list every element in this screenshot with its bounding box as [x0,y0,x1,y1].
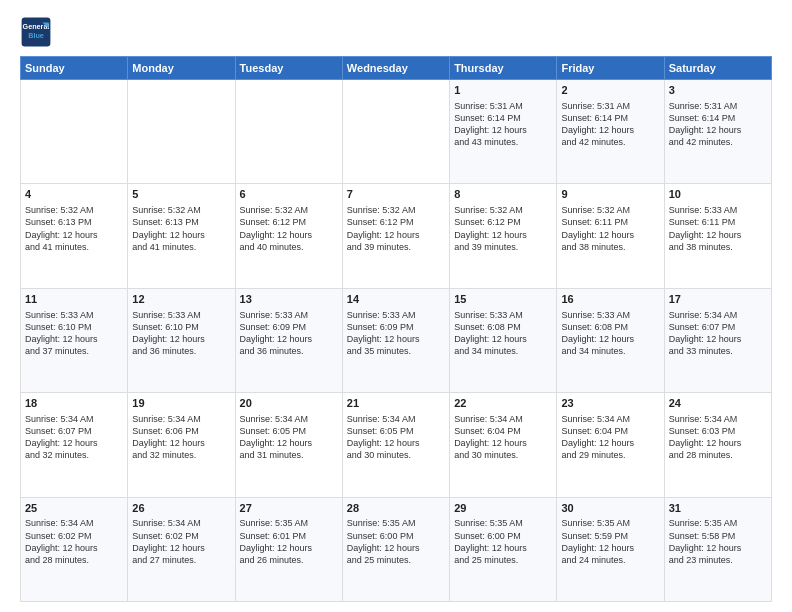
calendar-week-row: 11Sunrise: 5:33 AMSunset: 6:10 PMDayligh… [21,288,772,392]
day-info: Daylight: 12 hours [561,542,659,554]
day-info: Sunset: 6:12 PM [347,216,445,228]
calendar-cell: 6Sunrise: 5:32 AMSunset: 6:12 PMDaylight… [235,184,342,288]
calendar-body: 1Sunrise: 5:31 AMSunset: 6:14 PMDaylight… [21,80,772,602]
calendar-cell: 18Sunrise: 5:34 AMSunset: 6:07 PMDayligh… [21,393,128,497]
day-info: and 42 minutes. [669,136,767,148]
day-info: and 42 minutes. [561,136,659,148]
day-info: Sunrise: 5:31 AM [669,100,767,112]
day-info: Sunrise: 5:32 AM [347,204,445,216]
day-info: Daylight: 12 hours [561,333,659,345]
calendar-cell: 25Sunrise: 5:34 AMSunset: 6:02 PMDayligh… [21,497,128,601]
day-number: 29 [454,501,552,516]
day-number: 15 [454,292,552,307]
day-info: Daylight: 12 hours [132,542,230,554]
weekday-header-friday: Friday [557,57,664,80]
day-info: Daylight: 12 hours [132,229,230,241]
day-info: Sunset: 6:10 PM [25,321,123,333]
day-number: 26 [132,501,230,516]
calendar-week-row: 1Sunrise: 5:31 AMSunset: 6:14 PMDaylight… [21,80,772,184]
calendar-cell: 9Sunrise: 5:32 AMSunset: 6:11 PMDaylight… [557,184,664,288]
day-info: and 30 minutes. [347,449,445,461]
calendar-cell: 31Sunrise: 5:35 AMSunset: 5:58 PMDayligh… [664,497,771,601]
calendar-cell: 14Sunrise: 5:33 AMSunset: 6:09 PMDayligh… [342,288,449,392]
day-info: Sunset: 6:12 PM [240,216,338,228]
day-info: and 43 minutes. [454,136,552,148]
day-info: Daylight: 12 hours [561,229,659,241]
day-info: and 34 minutes. [454,345,552,357]
day-info: Sunrise: 5:33 AM [669,204,767,216]
day-info: Sunset: 5:58 PM [669,530,767,542]
day-info: and 38 minutes. [669,241,767,253]
day-info: Sunset: 6:05 PM [347,425,445,437]
day-number: 22 [454,396,552,411]
calendar-cell: 10Sunrise: 5:33 AMSunset: 6:11 PMDayligh… [664,184,771,288]
day-info: and 41 minutes. [132,241,230,253]
day-number: 1 [454,83,552,98]
day-info: Daylight: 12 hours [240,542,338,554]
day-number: 2 [561,83,659,98]
weekday-header-wednesday: Wednesday [342,57,449,80]
day-info: and 36 minutes. [240,345,338,357]
day-info: Sunrise: 5:31 AM [454,100,552,112]
day-number: 5 [132,187,230,202]
day-info: Daylight: 12 hours [347,229,445,241]
day-info: and 34 minutes. [561,345,659,357]
day-info: Daylight: 12 hours [25,437,123,449]
calendar-cell: 13Sunrise: 5:33 AMSunset: 6:09 PMDayligh… [235,288,342,392]
day-info: and 38 minutes. [561,241,659,253]
day-info: Sunrise: 5:33 AM [25,309,123,321]
logo: General Blue [20,16,56,48]
day-info: Sunset: 6:07 PM [669,321,767,333]
calendar-cell [342,80,449,184]
day-number: 27 [240,501,338,516]
day-number: 24 [669,396,767,411]
day-number: 21 [347,396,445,411]
day-info: Sunrise: 5:34 AM [347,413,445,425]
day-info: and 37 minutes. [25,345,123,357]
day-info: and 39 minutes. [454,241,552,253]
day-info: and 27 minutes. [132,554,230,566]
weekday-header-row: SundayMondayTuesdayWednesdayThursdayFrid… [21,57,772,80]
day-info: and 29 minutes. [561,449,659,461]
day-info: Sunrise: 5:35 AM [347,517,445,529]
calendar-cell: 21Sunrise: 5:34 AMSunset: 6:05 PMDayligh… [342,393,449,497]
calendar-week-row: 25Sunrise: 5:34 AMSunset: 6:02 PMDayligh… [21,497,772,601]
weekday-header-saturday: Saturday [664,57,771,80]
day-info: and 36 minutes. [132,345,230,357]
day-info: Daylight: 12 hours [347,437,445,449]
day-info: Daylight: 12 hours [454,542,552,554]
day-info: Sunrise: 5:33 AM [132,309,230,321]
day-info: Sunrise: 5:35 AM [240,517,338,529]
day-number: 6 [240,187,338,202]
day-info: Sunset: 6:08 PM [454,321,552,333]
day-info: Sunrise: 5:32 AM [240,204,338,216]
day-info: Sunset: 6:09 PM [240,321,338,333]
day-info: and 32 minutes. [132,449,230,461]
calendar-cell: 20Sunrise: 5:34 AMSunset: 6:05 PMDayligh… [235,393,342,497]
day-number: 23 [561,396,659,411]
calendar-cell: 27Sunrise: 5:35 AMSunset: 6:01 PMDayligh… [235,497,342,601]
day-info: Sunset: 6:14 PM [669,112,767,124]
day-info: Daylight: 12 hours [347,542,445,554]
day-info: Sunset: 6:13 PM [25,216,123,228]
day-info: Sunset: 6:09 PM [347,321,445,333]
day-info: Sunset: 5:59 PM [561,530,659,542]
day-info: Sunset: 6:04 PM [561,425,659,437]
day-info: Daylight: 12 hours [454,229,552,241]
calendar-cell: 30Sunrise: 5:35 AMSunset: 5:59 PMDayligh… [557,497,664,601]
day-info: Daylight: 12 hours [132,437,230,449]
calendar-page: General Blue SundayMondayTuesdayWednesda… [0,0,792,612]
day-info: Sunset: 6:11 PM [561,216,659,228]
day-number: 4 [25,187,123,202]
calendar-cell: 28Sunrise: 5:35 AMSunset: 6:00 PMDayligh… [342,497,449,601]
day-info: Sunset: 6:14 PM [454,112,552,124]
day-info: and 40 minutes. [240,241,338,253]
day-info: Daylight: 12 hours [669,542,767,554]
calendar-cell: 2Sunrise: 5:31 AMSunset: 6:14 PMDaylight… [557,80,664,184]
day-info: Sunrise: 5:35 AM [669,517,767,529]
day-info: and 28 minutes. [25,554,123,566]
weekday-header-sunday: Sunday [21,57,128,80]
logo-icon: General Blue [20,16,52,48]
calendar-cell: 5Sunrise: 5:32 AMSunset: 6:13 PMDaylight… [128,184,235,288]
day-info: Sunset: 6:13 PM [132,216,230,228]
